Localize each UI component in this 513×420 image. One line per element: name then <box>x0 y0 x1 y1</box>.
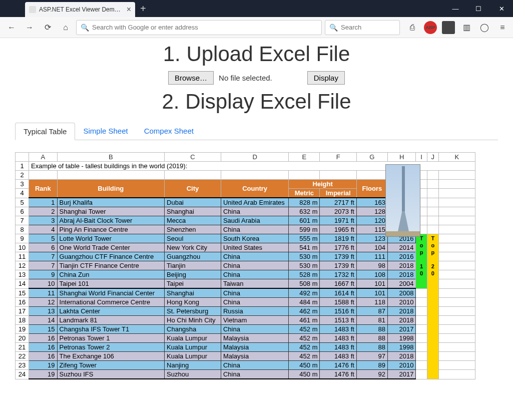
maximize-button[interactable]: ☐ <box>467 0 490 17</box>
cell-imperial: 1483 ft <box>320 343 356 352</box>
forward-button[interactable]: → <box>22 20 37 35</box>
search-bar[interactable]: 🔍 <box>325 20 400 35</box>
row-header[interactable]: 21 <box>16 343 29 352</box>
cell <box>438 198 475 207</box>
col-header[interactable]: H <box>387 153 415 162</box>
row-header[interactable]: 2 <box>16 171 29 180</box>
cell-metric: 530 m <box>289 252 320 261</box>
building-image <box>385 164 420 237</box>
address-input[interactable] <box>92 24 317 31</box>
col-header[interactable]: C <box>165 153 221 162</box>
cell-building: Ping An Finance Centre <box>57 225 165 234</box>
cell-city: Nanjing <box>165 361 221 370</box>
table-row: 139China ZunBeijingChina528 m1732 ft1082… <box>16 270 475 279</box>
cell <box>438 370 475 379</box>
row-header[interactable]: 15 <box>16 288 29 298</box>
tab-typical-table[interactable]: Typical Table <box>15 123 75 140</box>
cell-country: Malaysia <box>221 352 288 361</box>
row-header[interactable]: 14 <box>16 279 29 289</box>
close-button[interactable]: ✕ <box>490 0 513 17</box>
cell-metric: 452 m <box>289 325 320 334</box>
cell-country: China <box>221 325 288 334</box>
row-header[interactable]: 18 <box>16 316 29 325</box>
row-header[interactable]: 22 <box>16 352 29 361</box>
back-button[interactable]: ← <box>4 20 19 35</box>
col-header[interactable]: A <box>29 153 57 162</box>
row-header[interactable]: 24 <box>16 370 29 379</box>
row-header[interactable]: 10 <box>16 243 29 252</box>
cell-imperial: 1588 ft <box>320 298 356 307</box>
col-header[interactable]: D <box>221 153 288 162</box>
cell <box>438 252 475 261</box>
minimize-button[interactable]: — <box>444 0 467 17</box>
cell-city: Shenzhen <box>165 225 221 234</box>
row-header[interactable]: 23 <box>16 361 29 370</box>
table-row: 2116Petronas Tower 2Kuala LumpurMalaysia… <box>16 343 475 352</box>
cell-rank: 7 <box>29 252 57 261</box>
row-header[interactable]: 7 <box>16 216 29 225</box>
cell-floors: 92 <box>356 370 387 379</box>
row-header[interactable]: 1 <box>16 162 29 171</box>
row-header[interactable]: 5 <box>16 198 29 207</box>
search-input[interactable] <box>341 24 395 31</box>
cell-building: Zifeng Tower <box>57 361 165 370</box>
cell-country: China <box>221 270 288 279</box>
cell-year: 2004 <box>387 279 415 289</box>
cell-rank: 6 <box>29 243 57 252</box>
adblock-icon[interactable]: ABP <box>424 21 437 34</box>
address-bar[interactable]: 🔍 <box>76 20 322 35</box>
tab-close-icon[interactable]: × <box>127 5 131 14</box>
tab-simple-sheet[interactable]: Simple Sheet <box>75 123 136 140</box>
tab-compex-sheet[interactable]: Compex Sheet <box>136 123 202 140</box>
row-header[interactable]: 9 <box>16 234 29 243</box>
cell <box>427 198 438 207</box>
reader-icon[interactable]: ▥ <box>460 21 473 34</box>
new-tab-button[interactable]: + <box>140 3 146 15</box>
row-header[interactable]: 12 <box>16 261 29 270</box>
cell-city: Taipei <box>165 279 221 289</box>
cell-imperial: 1965 ft <box>320 225 356 234</box>
col-header[interactable]: J <box>427 153 438 162</box>
row-header[interactable]: 3 <box>16 180 29 189</box>
cell <box>438 334 475 343</box>
col-header[interactable]: K <box>438 153 475 162</box>
cell-rank: 19 <box>29 370 57 379</box>
row-header[interactable]: 16 <box>16 298 29 307</box>
table-row: 1814Landmark 81Ho Chi Minh CityVietnam46… <box>16 316 475 325</box>
row-header[interactable]: 6 <box>16 207 29 216</box>
library-icon[interactable]: ⎙ <box>406 21 419 34</box>
cell-city: Hong Kong <box>165 298 221 307</box>
cell <box>438 279 475 289</box>
row-header[interactable]: 20 <box>16 334 29 343</box>
col-header[interactable]: G <box>356 153 387 162</box>
col-header[interactable]: F <box>320 153 356 162</box>
cell <box>427 189 438 198</box>
browse-button[interactable]: Browse… <box>168 71 214 85</box>
browser-tab[interactable]: ASP.NET Excel Viewer Demo - A × <box>25 2 135 17</box>
menu-icon[interactable]: ≡ <box>496 21 509 34</box>
reload-button[interactable]: ⟳ <box>40 20 55 35</box>
row-header[interactable]: 11 <box>16 252 29 261</box>
row-header[interactable]: 17 <box>16 307 29 316</box>
row-header[interactable]: 4 <box>16 189 29 198</box>
cell-city: Suzhou <box>165 370 221 379</box>
row-header[interactable]: 19 <box>16 325 29 334</box>
home-button[interactable]: ⌂ <box>58 20 73 35</box>
row-header[interactable]: 8 <box>16 225 29 234</box>
col-header[interactable]: B <box>57 153 165 162</box>
cell-metric: 599 m <box>289 225 320 234</box>
table-row: 117Guangzhou CTF Finance CentreGuangzhou… <box>16 252 475 261</box>
row-header[interactable]: 13 <box>16 270 29 279</box>
cell-floors: 111 <box>356 252 387 261</box>
cell-country: Malaysia <box>221 334 288 343</box>
account-icon[interactable]: ◯ <box>478 21 491 34</box>
col-header[interactable]: E <box>289 153 320 162</box>
cell <box>416 288 427 298</box>
display-button[interactable]: Display <box>307 71 345 85</box>
cell-year: 2017 <box>387 325 415 334</box>
cell-metric: 541 m <box>289 243 320 252</box>
cell-city: Shanghai <box>165 288 221 298</box>
col-header[interactable]: I <box>416 153 427 162</box>
cell-metric: 508 m <box>289 279 320 289</box>
extension-icon[interactable]: ••• <box>442 21 455 34</box>
